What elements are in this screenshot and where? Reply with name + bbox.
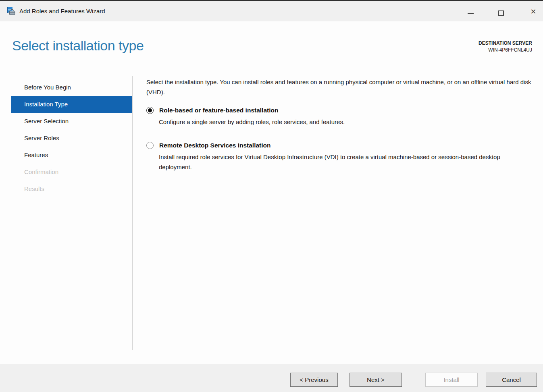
- install-button: Install: [425, 373, 478, 387]
- option-description: Configure a single server by adding role…: [159, 117, 534, 127]
- minimize-icon: [468, 13, 474, 14]
- sidebar-separator: [132, 76, 133, 350]
- title-bar: Add Roles and Features Wizard ✕: [0, 0, 543, 21]
- close-icon: ✕: [524, 2, 543, 22]
- sidebar-item-features[interactable]: Features: [11, 147, 132, 164]
- destination-server-name: WIN-4P6FFCNL4UJ: [479, 47, 532, 54]
- sidebar-item-confirmation: Confirmation: [11, 164, 132, 180]
- sidebar-item-server-selection[interactable]: Server Selection: [11, 113, 132, 130]
- page-title: Select installation type: [12, 38, 144, 54]
- wizard-steps: Before You Begin Installation Type Serve…: [11, 79, 132, 197]
- option-label[interactable]: Remote Desktop Services installation: [159, 142, 271, 149]
- option-label[interactable]: Role-based or feature-based installation: [159, 107, 278, 114]
- installation-type-pane: Select the installation type. You can in…: [146, 77, 534, 187]
- maximize-button[interactable]: [492, 2, 510, 22]
- radio-remote-desktop-installation[interactable]: [146, 142, 154, 149]
- previous-button[interactable]: < Previous: [290, 373, 338, 387]
- radio-role-based-installation[interactable]: [146, 107, 154, 114]
- minimize-button[interactable]: [461, 2, 480, 22]
- sidebar-item-results: Results: [11, 180, 132, 197]
- sidebar-item-installation-type[interactable]: Installation Type: [11, 96, 132, 113]
- maximize-icon: [498, 10, 504, 16]
- cancel-button[interactable]: Cancel: [486, 373, 537, 387]
- option-description: Install required role services for Virtu…: [159, 152, 534, 172]
- window-title: Add Roles and Features Wizard: [19, 8, 105, 15]
- server-manager-icon: [6, 6, 16, 16]
- close-button[interactable]: ✕: [524, 2, 543, 22]
- sidebar-item-before-you-begin[interactable]: Before You Begin: [11, 79, 132, 96]
- destination-server-block: DESTINATION SERVER WIN-4P6FFCNL4UJ: [479, 40, 532, 54]
- next-button[interactable]: Next >: [350, 373, 402, 387]
- option-role-based: Role-based or feature-based installation…: [146, 107, 534, 127]
- option-remote-desktop: Remote Desktop Services installation Ins…: [146, 142, 534, 172]
- sidebar-item-server-roles[interactable]: Server Roles: [11, 130, 132, 147]
- wizard-window: { "window": { "title": "Add Roles and Fe…: [0, 0, 543, 392]
- destination-server-label: DESTINATION SERVER: [479, 40, 532, 47]
- footer-bar: < Previous Next > Install Cancel: [0, 364, 543, 392]
- intro-text: Select the installation type. You can in…: [146, 77, 534, 97]
